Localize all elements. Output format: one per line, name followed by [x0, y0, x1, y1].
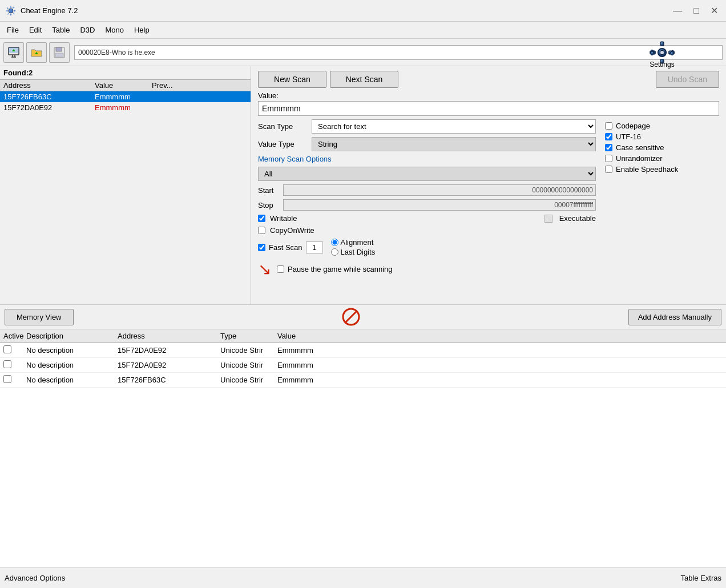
value-type-row: Value Type String Byte — [258, 137, 596, 151]
fast-scan-label: Fast Scan — [269, 243, 302, 252]
fast-scan-input[interactable] — [306, 241, 323, 253]
folder-icon — [30, 46, 43, 59]
left-panel: Found:2 Address Value Prev... 15F726FB63… — [0, 66, 251, 304]
menu-item-edit[interactable]: Edit — [25, 24, 46, 36]
no-circle-icon — [341, 307, 361, 327]
save-icon — [53, 46, 66, 59]
addr-active-checkbox[interactable] — [3, 360, 11, 368]
value-input[interactable] — [258, 101, 719, 116]
menu-item-help[interactable]: Help — [130, 24, 154, 36]
addr-address-cell: 15F72DA0E92 — [118, 361, 220, 369]
close-button[interactable]: ✕ — [707, 4, 721, 17]
writable-label: Writable — [270, 214, 297, 223]
menu-item-file[interactable]: File — [2, 24, 23, 36]
alignment-label: Alignment — [341, 238, 374, 247]
maximize-button[interactable]: □ — [690, 4, 703, 17]
scan-buttons: New Scan Next Scan Undo Scan — [258, 71, 719, 88]
arrow-indicator: ↘ — [258, 260, 271, 279]
col-description: Description — [26, 332, 118, 340]
addr-table-row[interactable]: No description15F72DA0E92Unicode StrirEm… — [0, 343, 726, 358]
menu-item-mono[interactable]: Mono — [100, 24, 128, 36]
addr-active-cell — [3, 345, 26, 355]
start-row: Start — [258, 184, 596, 196]
result-value: Emmmmm — [95, 92, 152, 101]
executable-checkbox-display[interactable] — [544, 215, 552, 223]
menu-item-d3d[interactable]: D3D — [75, 24, 99, 36]
codepage-label: Codepage — [616, 122, 650, 130]
writable-checkbox[interactable] — [258, 215, 265, 222]
new-scan-button[interactable]: New Scan — [258, 71, 326, 88]
fast-scan-checkbox[interactable] — [258, 244, 265, 251]
svg-point-0 — [9, 9, 13, 13]
menu-item-table[interactable]: Table — [47, 24, 74, 36]
result-address: 15F726FB63C — [3, 92, 95, 101]
enable-speedhack-checkbox[interactable] — [605, 166, 612, 173]
alignment-row: Alignment — [331, 238, 376, 247]
addr-type-cell: Unicode Strir — [220, 346, 277, 355]
addr-address-cell: 15F72DA0E92 — [118, 346, 220, 355]
result-row[interactable]: 15F72DA0E92Emmmmm — [0, 102, 251, 113]
last-digits-radio[interactable] — [331, 248, 338, 256]
unrandomizer-checkbox[interactable] — [605, 155, 612, 162]
addr-description-cell: No description — [26, 361, 118, 369]
scan-type-select[interactable]: Search for text Exact Value Bigger than.… — [312, 119, 596, 134]
titlebar-left: Cheat Engine 7.2 — [5, 5, 78, 17]
unrandomizer-row: Unrandomizer — [605, 154, 719, 163]
save-button[interactable] — [49, 42, 70, 63]
copy-on-write-checkbox[interactable] — [258, 227, 265, 234]
codepage-row: Codepage — [605, 122, 719, 130]
alignment-radio[interactable] — [331, 239, 338, 246]
status-bar: Advanced Options Table Extras — [0, 567, 726, 588]
results-header: Address Value Prev... — [0, 79, 251, 91]
col-val: Value — [277, 332, 723, 340]
value-label: Value: — [258, 91, 719, 100]
monitor-icon — [7, 46, 20, 59]
found-label: Found:2 — [0, 66, 251, 79]
bottom-toolbar: Memory View Add Address Manually — [0, 304, 726, 329]
col-value: Value — [95, 81, 152, 90]
addr-address-cell: 15F726FB63C — [118, 376, 220, 384]
last-digits-row: Last Digits — [331, 248, 376, 256]
settings-button[interactable]: Settings — [650, 40, 675, 69]
pause-checkbox[interactable] — [277, 265, 284, 273]
menubar: FileEditTableD3DMonoHelp — [0, 22, 726, 39]
codepage-checkbox[interactable] — [605, 122, 612, 130]
next-scan-button[interactable]: Next Scan — [330, 71, 398, 88]
memory-scan-title: Memory Scan Options — [258, 155, 596, 163]
addr-value-cell: Emmmmm — [277, 346, 723, 355]
addr-active-checkbox[interactable] — [3, 345, 11, 353]
svg-rect-10 — [55, 53, 63, 57]
add-address-button[interactable]: Add Address Manually — [628, 309, 721, 325]
options-area: Scan Type Search for text Exact Value Bi… — [258, 119, 719, 279]
results-list: 15F726FB63CEmmmmm15F72DA0E92Emmmmm — [0, 91, 251, 304]
address-table-body: No description15F72DA0E92Unicode StrirEm… — [0, 343, 726, 567]
process-bar[interactable]: 000020E8-Who is he.exe — [74, 45, 723, 60]
address-table-header: Active Description Address Type Value — [0, 329, 726, 343]
value-type-select[interactable]: String Byte — [312, 137, 596, 151]
monitor-button[interactable] — [3, 42, 24, 63]
right-panel: New Scan Next Scan Undo Scan Value: Scan… — [251, 66, 726, 304]
case-sensitive-label: Case sensitive — [616, 143, 664, 152]
no-access-icon[interactable] — [341, 307, 361, 327]
stop-input[interactable] — [283, 199, 596, 211]
settings-label: Settings — [650, 61, 674, 69]
addr-type-cell: Unicode Strir — [220, 361, 277, 369]
addr-table-row[interactable]: No description15F726FB63CUnicode StrirEm… — [0, 373, 726, 388]
table-extras-label: Table Extras — [680, 574, 721, 582]
addr-value-cell: Emmmmm — [277, 361, 723, 369]
case-sensitive-checkbox[interactable] — [605, 144, 612, 151]
memory-view-button[interactable]: Memory View — [5, 309, 74, 325]
svg-rect-12 — [660, 42, 664, 46]
open-folder-button[interactable] — [26, 42, 47, 63]
main-content: Found:2 Address Value Prev... 15F726FB63… — [0, 66, 726, 304]
utf16-checkbox[interactable] — [605, 133, 612, 140]
enable-speedhack-label: Enable Speedhack — [616, 165, 678, 174]
memory-scan-dropdown[interactable]: All — [258, 167, 596, 181]
result-row[interactable]: 15F726FB63CEmmmmm — [0, 91, 251, 102]
undo-scan-button[interactable]: Undo Scan — [656, 71, 719, 88]
start-input[interactable] — [283, 184, 596, 196]
svg-point-20 — [660, 50, 664, 54]
addr-table-row[interactable]: No description15F72DA0E92Unicode StrirEm… — [0, 358, 726, 373]
addr-active-checkbox[interactable] — [3, 375, 11, 383]
minimize-button[interactable]: — — [669, 4, 685, 17]
